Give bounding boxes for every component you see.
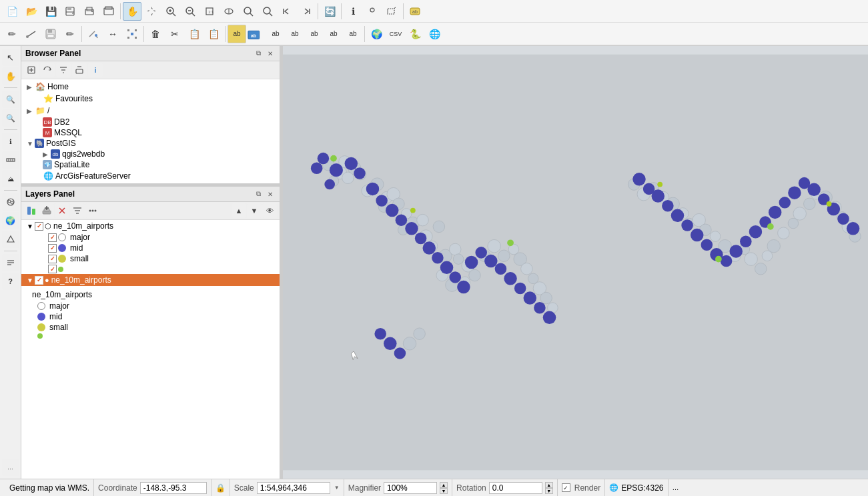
magnifier-up-btn[interactable]: ▲ <box>440 482 448 488</box>
csv-plugin-btn[interactable]: CSV <box>386 25 405 43</box>
label-ab-4[interactable]: ab <box>324 25 343 43</box>
delete-btn[interactable]: 🗑 <box>146 25 165 43</box>
save-edits-btn[interactable] <box>41 25 60 43</box>
globe-plugin-btn[interactable]: 🌍 <box>367 25 386 43</box>
pan-map-btn[interactable] <box>142 2 161 21</box>
browser-info-btn[interactable]: i <box>88 63 103 77</box>
tree-item-home[interactable]: ▶ 🏠 Home <box>21 81 280 93</box>
rotation-down-btn[interactable]: ▼ <box>545 488 553 494</box>
magnifier-down-btn[interactable]: ▼ <box>440 488 448 494</box>
browser-add-btn[interactable] <box>24 63 39 77</box>
save-project-as-btn[interactable] <box>61 2 79 21</box>
zoom-full-btn[interactable] <box>220 2 238 21</box>
scale-dropdown-icon[interactable]: ▼ <box>334 485 340 491</box>
more-layers-btn[interactable] <box>85 203 100 218</box>
tree-item-qgis2webdb[interactable]: ▶ db qgis2webdb <box>21 149 280 159</box>
new-print-btn[interactable] <box>99 2 118 21</box>
identify-tool-btn[interactable]: ℹ <box>2 133 19 150</box>
refresh-btn[interactable]: 🔄 <box>320 2 339 21</box>
browser-close-btn[interactable]: ✕ <box>265 48 276 59</box>
move-layer-down-btn[interactable]: ▼ <box>247 203 262 218</box>
print-layout-btn[interactable] <box>80 2 99 21</box>
label-ab-5[interactable]: ab <box>344 25 362 43</box>
move-layer-up-btn[interactable]: ▲ <box>232 203 246 218</box>
pan-tool-btn[interactable]: ✋ <box>2 67 19 85</box>
measure-tool-btn[interactable] <box>2 151 19 169</box>
digitize-btn[interactable]: ✏ <box>3 25 21 43</box>
tree-item-favourites[interactable]: ⭐ Favourites <box>21 93 280 105</box>
more-status-item[interactable]: … <box>669 479 683 496</box>
layer-style-btn[interactable] <box>24 203 39 218</box>
rotation-up-btn[interactable]: ▲ <box>545 482 553 488</box>
layer-checkbox-tiny[interactable] <box>48 265 57 273</box>
save-project-btn[interactable]: 💾 <box>41 2 60 21</box>
layer-row-selected[interactable]: ▼ ● ne_10m_airports <box>21 274 280 286</box>
select-rect-btn[interactable] <box>382 2 401 21</box>
cut-btn[interactable]: ✂ <box>165 25 184 43</box>
forms-btn[interactable] <box>2 254 19 271</box>
copy-btn[interactable]: 📋 <box>185 25 203 43</box>
3d-view-btn[interactable]: ab <box>247 25 266 43</box>
pan-btn[interactable]: ✋ <box>123 2 141 21</box>
zoom-next-btn[interactable] <box>297 2 316 21</box>
zoom-last-btn[interactable] <box>278 2 296 21</box>
select-tool-btn[interactable]: ↖ <box>2 49 19 66</box>
add-layer-btn[interactable] <box>39 203 54 218</box>
layer-checkbox-major[interactable] <box>48 233 57 242</box>
coordinate-input[interactable] <box>140 482 207 494</box>
browser-collapse-btn[interactable] <box>72 63 87 77</box>
zoom-in-tool-btn[interactable]: 🔍 <box>2 91 19 108</box>
spatial-query-btn[interactable] <box>2 193 19 211</box>
tree-item-arcgis[interactable]: 🌐 ArcGisFeatureServer <box>21 170 280 182</box>
tree-item-root[interactable]: ▶ 📁 / <box>21 105 280 117</box>
layer-checkbox-small[interactable] <box>48 255 57 263</box>
label-ab-1[interactable]: ab <box>266 25 285 43</box>
move-feature-btn[interactable]: ↔ <box>103 25 122 43</box>
python-btn[interactable]: 🐍 <box>406 25 424 43</box>
info-btn[interactable]: ℹ <box>344 2 362 21</box>
new-project-btn[interactable]: 📄 <box>3 2 21 21</box>
browser-float-btn[interactable]: ⧉ <box>253 48 264 59</box>
tree-item-spatialite[interactable]: 💎 SpatiaLite <box>21 159 280 170</box>
web-plugin-btn[interactable]: 🌐 <box>425 25 444 43</box>
add-feature-btn[interactable] <box>84 25 103 43</box>
zoom-out-btn[interactable] <box>181 2 199 21</box>
zoom-select-btn[interactable] <box>258 2 277 21</box>
terrain-btn[interactable]: ⛰ <box>2 170 19 187</box>
zoom-out-tool-btn[interactable]: 🔍 <box>2 109 19 127</box>
layers-float-btn[interactable]: ⧉ <box>253 189 264 199</box>
open-project-btn[interactable]: 📂 <box>22 2 41 21</box>
zoom-layer-btn[interactable] <box>239 2 258 21</box>
layer-checkbox-1[interactable] <box>35 222 43 231</box>
filter-legend-btn[interactable] <box>70 203 85 218</box>
remove-layer-btn[interactable] <box>55 203 69 218</box>
rotation-input[interactable] <box>489 482 542 494</box>
more-btn[interactable]: ab <box>406 2 424 21</box>
layer-group-row-1[interactable]: ▼ ⬡ ne_10m_airports <box>21 220 280 232</box>
layer-checkbox-2[interactable] <box>35 276 43 285</box>
scale-input[interactable] <box>257 482 330 494</box>
magnifier-input[interactable] <box>384 482 437 494</box>
extra-btn[interactable]: … <box>2 459 19 476</box>
zoom-native-btn[interactable]: 1:1 <box>200 2 219 21</box>
tree-item-postgis[interactable]: ▼ 🐘 PostGIS <box>21 138 280 149</box>
paste-btn[interactable]: 📋 <box>204 25 223 43</box>
layer-checkbox-mid[interactable] <box>48 244 57 253</box>
browser-filter-btn[interactable] <box>56 63 71 77</box>
toggle-edit-btn[interactable]: ✏ <box>61 25 79 43</box>
epsg-item[interactable]: 🌐 EPSG:4326 <box>605 479 668 496</box>
label-tool-btn[interactable]: ab <box>228 25 246 43</box>
toggle-all-btn[interactable]: 👁 <box>262 203 277 218</box>
vector-btn[interactable] <box>2 231 19 248</box>
label-ab-3[interactable]: ab <box>305 25 324 43</box>
browser-refresh-btn[interactable] <box>40 63 55 77</box>
node-tool-btn[interactable] <box>123 25 141 43</box>
tree-item-mssql[interactable]: M MSSQL <box>21 127 280 138</box>
zoom-in-btn[interactable] <box>161 2 180 21</box>
identify-btn[interactable] <box>363 2 382 21</box>
map-area[interactable] <box>283 46 868 479</box>
browser-resize-handle[interactable] <box>21 183 280 186</box>
globe-tool-btn[interactable]: 🌍 <box>2 212 19 229</box>
label-ab-2[interactable]: ab <box>286 25 304 43</box>
render-checkbox[interactable] <box>562 483 570 492</box>
